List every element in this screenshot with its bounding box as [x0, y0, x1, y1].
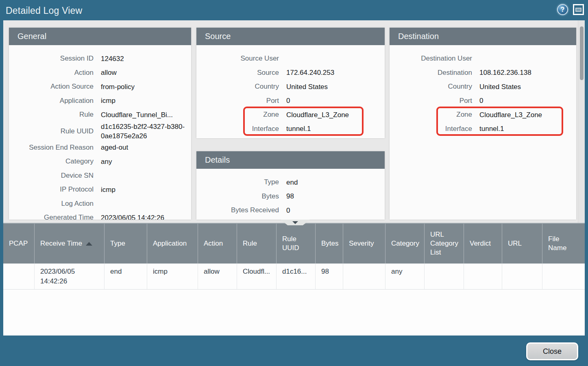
field-label: Rule UUID [9, 127, 94, 135]
field-row: ZoneCloudflare_L3_Zone [196, 108, 385, 122]
field-row: Categoryany [9, 155, 191, 169]
field-row: Generated Time2023/06/05 14:42:26 [9, 211, 191, 220]
column-header-file-name[interactable]: File Name [542, 224, 585, 264]
restore-window-icon[interactable] [573, 4, 584, 15]
cell-rule-uuid: d1c16... [277, 264, 316, 289]
cell-type: end [105, 264, 147, 289]
field-label: IP Protocol [9, 185, 94, 194]
column-header-label: Bytes [321, 239, 339, 248]
help-icon[interactable]: ? [557, 4, 568, 15]
field-row: RuleCloudflare_Tunnel_Bi... [9, 108, 191, 122]
field-label: Interface [196, 125, 279, 133]
content-scrollbar[interactable] [578, 20, 585, 223]
field-row: Session End Reasonaged-out [9, 141, 191, 155]
field-row: Device SN [9, 169, 191, 183]
field-value: icmp [94, 96, 190, 105]
cell-verdict [464, 264, 502, 289]
field-value: end [279, 178, 385, 187]
content-scrollbar-thumb[interactable] [580, 26, 584, 80]
column-header-label: Application [153, 239, 187, 248]
cell-url [502, 264, 542, 289]
field-label: Rule [9, 111, 94, 119]
field-row: IP Protocolicmp [9, 183, 191, 197]
field-value: 108.162.236.138 [472, 68, 576, 77]
field-value: allow [94, 68, 190, 77]
field-value: 172.64.240.253 [279, 68, 385, 77]
cell-category: any [385, 264, 425, 289]
close-button[interactable]: Close [526, 342, 578, 360]
field-value: d1c16235-b2f2-4327-b380-0ae1875e2a26 [94, 122, 190, 141]
cell-rule: Cloudfl... [237, 264, 277, 289]
field-label: Zone [196, 111, 279, 119]
column-header-rule-uuid[interactable]: Rule UUID [277, 224, 316, 264]
column-header-label: Action [204, 239, 223, 248]
panel-general-header: General [9, 28, 191, 45]
panel-source: Source Source User Source172.64.240.253 … [196, 28, 385, 138]
field-row: Destination108.162.236.138 [390, 66, 576, 80]
field-value: Cloudflare_L3_Zone [279, 110, 385, 120]
column-header-application[interactable]: Application [147, 224, 198, 264]
field-row: Interfacetunnel.1 [390, 122, 576, 136]
field-label: Bytes Received [196, 206, 279, 214]
column-header-label: URL Category List [430, 230, 458, 257]
column-header-rule[interactable]: Rule [237, 224, 277, 264]
column-header-url-category-list[interactable]: URL Category List [425, 224, 464, 264]
column-header-verdict[interactable]: Verdict [464, 224, 502, 264]
cell-url-category-list [425, 264, 464, 289]
field-row: Interfacetunnel.1 [196, 122, 385, 136]
cell-file-name [542, 264, 585, 289]
column-header-receive-time[interactable]: Receive Time [35, 224, 105, 264]
panel-details-body: Typeend Bytes98 Bytes Received0 [196, 169, 385, 218]
panel-destination-body: Destination User Destination108.162.236.… [390, 45, 576, 136]
field-row: Port0 [196, 94, 385, 108]
field-label: Session End Reason [9, 144, 94, 152]
field-row: CountryUnited States [390, 80, 576, 94]
column-header-label: URL [508, 239, 522, 248]
field-label: Country [390, 83, 472, 91]
field-row: Bytes98 [196, 190, 385, 204]
cell-application: icmp [147, 264, 198, 289]
field-value: Cloudflare_Tunnel_Bi... [94, 110, 190, 120]
column-header-label: Type [110, 239, 125, 248]
panel-destination-header: Destination [390, 28, 576, 45]
column-header-action[interactable]: Action [198, 224, 237, 264]
field-row: Actionallow [9, 66, 191, 80]
column-header-pcap[interactable]: PCAP [3, 224, 35, 264]
field-value: aged-out [94, 143, 190, 152]
column-header-category[interactable]: Category [385, 224, 425, 264]
field-label: Device SN [9, 172, 94, 180]
column-header-severity[interactable]: Severity [343, 224, 385, 264]
panel-details-header: Details [196, 151, 385, 169]
cell-bytes: 98 [316, 264, 343, 289]
field-value: tunnel.1 [472, 124, 576, 133]
field-label: Destination User [390, 54, 472, 63]
detailed-log-view-dialog: Detailed Log View ? General Session ID12… [0, 0, 588, 366]
field-row: Log Action [9, 197, 191, 211]
field-row: Rule UUIDd1c16235-b2f2-4327-b380-0ae1875… [9, 122, 191, 141]
field-value: 0 [279, 206, 385, 215]
field-row: Bytes Received0 [196, 203, 385, 218]
field-value: United States [472, 82, 576, 92]
column-header-label: Severity [349, 239, 374, 248]
field-value: icmp [94, 185, 190, 194]
dialog-title: Detailed Log View [6, 5, 82, 16]
column-header-url[interactable]: URL [502, 224, 542, 264]
cell-severity [343, 264, 385, 289]
field-value: 2023/06/05 14:42:26 [94, 213, 190, 220]
field-label: Action Source [9, 83, 94, 91]
field-value: Cloudflare_L3_Zone [472, 110, 576, 120]
log-table-row[interactable]: 2023/06/05 14:42:26 end icmp allow Cloud… [3, 264, 585, 290]
panel-general: General Session ID124632 Actionallow Act… [9, 28, 191, 220]
cell-action: allow [198, 264, 237, 289]
column-header-label: Verdict [470, 239, 491, 248]
field-value: tunnel.1 [279, 124, 385, 133]
column-header-bytes[interactable]: Bytes [316, 224, 343, 264]
column-header-type[interactable]: Type [105, 224, 147, 264]
field-value: 98 [279, 192, 385, 201]
field-value: 124632 [94, 54, 190, 63]
field-row: Session ID124632 [9, 52, 191, 66]
field-label: Zone [390, 111, 472, 119]
cell-receive-time: 2023/06/05 14:42:26 [35, 264, 105, 289]
panel-source-header: Source [196, 28, 385, 45]
cell-pcap [3, 264, 35, 289]
